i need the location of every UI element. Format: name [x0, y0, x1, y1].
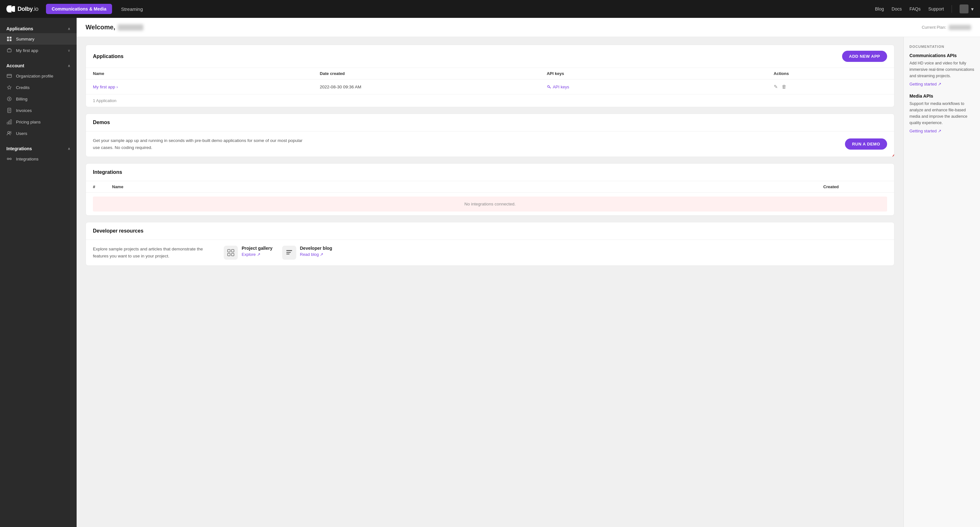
comms-apis-getting-started-link[interactable]: Getting started ↗ [910, 82, 974, 86]
main-content: Applications ADD NEW APP Name Date creat… [76, 37, 904, 527]
comms-apis-desc: Add HD voice and video for fully immersi… [910, 60, 974, 79]
sidebar-section-applications[interactable]: Applications ∧ [0, 23, 76, 33]
svg-rect-23 [228, 249, 230, 252]
svg-rect-15 [10, 120, 11, 124]
sidebar-item-billing[interactable]: Billing [0, 93, 76, 105]
pricing-plans-icon [6, 119, 12, 125]
account-section-label: Account [6, 63, 24, 68]
summary-label: Summary [16, 37, 35, 41]
svg-marker-7 [7, 86, 11, 89]
project-gallery-icon [224, 246, 238, 260]
streaming-button[interactable]: Streaming [117, 4, 146, 14]
project-gallery-link[interactable]: Explore ↗ [242, 252, 273, 257]
my-first-app-label: My first app [16, 48, 38, 53]
sidebar-item-pricing-plans[interactable]: Pricing plans [0, 116, 76, 128]
sidebar-item-integrations[interactable]: Integrations [0, 153, 76, 165]
blog-link[interactable]: Blog [875, 6, 884, 11]
svg-point-19 [10, 158, 11, 160]
demos-header: Demos [86, 114, 894, 132]
dev-resources-body: Explore sample projects and articles tha… [86, 240, 894, 265]
col-actions-header: Actions [774, 71, 887, 76]
integrations-card: Integrations # Name Created No integrati… [86, 163, 894, 216]
billing-label: Billing [16, 97, 27, 102]
edit-icon[interactable]: ✎ [774, 84, 778, 90]
svg-rect-1 [10, 37, 11, 39]
media-apis-title: Media APIs [910, 94, 974, 98]
logo-suffix: .io [33, 6, 39, 12]
top-navigation: Dolby.io Communications & Media Streamin… [0, 0, 980, 18]
demos-title: Demos [93, 120, 110, 125]
media-apis-getting-started-link[interactable]: Getting started ↗ [910, 129, 974, 133]
integrations-icon [6, 156, 12, 162]
sidebar: Applications ∧ Summary [0, 18, 76, 527]
sidebar-item-org-profile[interactable]: Organization profile [0, 70, 76, 82]
main-layout: Applications ∧ Summary [0, 18, 980, 527]
demos-body: Get your sample app up and running in se… [86, 132, 894, 157]
logo-text: Dolby.io [18, 6, 38, 13]
applications-card: Applications ADD NEW APP Name Date creat… [86, 44, 894, 107]
user-name-blurred [118, 24, 143, 31]
integrations-table-header: # Name Created [86, 181, 894, 193]
plan-badge-blurred [949, 25, 971, 30]
summary-icon [6, 36, 12, 42]
add-new-app-button[interactable]: ADD NEW APP [842, 51, 887, 62]
svg-rect-29 [286, 254, 290, 255]
demos-card: Demos Get your sample app up and running… [86, 114, 894, 157]
sidebar-item-users[interactable]: Users [0, 128, 76, 139]
integrations-chevron-icon: ∧ [68, 147, 70, 151]
app-name-link[interactable]: My first app › [93, 84, 320, 89]
dev-resources-title: Developer resources [93, 228, 143, 234]
developer-blog-icon [282, 246, 296, 260]
invoices-label: Invoices [16, 108, 32, 113]
logo[interactable]: Dolby.io [6, 5, 38, 13]
user-menu[interactable]: ▾ [959, 5, 974, 13]
pricing-plans-label: Pricing plans [16, 120, 41, 124]
svg-rect-14 [9, 121, 10, 124]
integrations-header: Integrations [86, 163, 894, 181]
dev-resource-items: Project gallery Explore ↗ [224, 246, 887, 260]
col-api-header: API keys [547, 71, 774, 76]
sidebar-section-integrations[interactable]: Integrations ∧ [0, 143, 76, 153]
api-keys-label: API keys [553, 84, 569, 89]
action-icons: ✎ 🗑 [774, 84, 887, 90]
api-keys-link[interactable]: API keys [547, 84, 774, 89]
comms-apis-section: Communications APIs Add HD voice and vid… [910, 53, 974, 86]
run-demo-button[interactable]: RUN A DEMO [845, 138, 887, 149]
billing-icon [6, 96, 12, 102]
sidebar-section-account[interactable]: Account ∧ [0, 60, 76, 70]
chevron-right-icon: › [116, 84, 118, 89]
communications-media-button[interactable]: Communications & Media [46, 4, 112, 14]
svg-rect-5 [7, 74, 11, 78]
applications-header: Applications ADD NEW APP [86, 45, 894, 68]
docs-link[interactable]: Docs [892, 6, 902, 11]
col-name-header: Name [93, 71, 320, 76]
applications-section-label: Applications [6, 26, 33, 31]
project-gallery-item: Project gallery Explore ↗ [224, 246, 273, 260]
run-demo-wrapper: RUN A DEMO [845, 138, 887, 149]
delete-icon[interactable]: 🗑 [782, 84, 787, 90]
col-num-header: # [93, 184, 112, 189]
sidebar-item-summary[interactable]: Summary [0, 33, 76, 44]
faqs-link[interactable]: FAQs [910, 6, 921, 11]
developer-blog-link[interactable]: Read blog ↗ [300, 252, 332, 257]
dolby-logo-icon [6, 5, 15, 13]
sidebar-item-credits[interactable]: Credits [0, 82, 76, 93]
current-plan-label: Current Plan: [921, 25, 946, 30]
app-date-cell: 2022-08-30 09:36 AM [320, 84, 547, 89]
current-plan: Current Plan: [921, 25, 971, 30]
svg-rect-26 [231, 253, 234, 256]
content-header: Welcome, Current Plan: [76, 18, 980, 37]
chevron-down-icon: ▾ [971, 6, 974, 12]
media-apis-section: Media APIs Support for media workflows t… [910, 94, 974, 133]
table-row: My first app › 2022-08-30 09:36 AM [86, 79, 894, 94]
col-created-header: Created [823, 184, 887, 189]
users-icon [6, 130, 12, 136]
support-link[interactable]: Support [928, 6, 944, 11]
app-count-footer: 1 Application [86, 94, 894, 107]
developer-blog-info: Developer blog Read blog ↗ [300, 246, 332, 257]
sidebar-item-invoices[interactable]: Invoices [0, 105, 76, 116]
col-int-name-header: Name [112, 184, 823, 189]
svg-point-16 [8, 132, 10, 133]
sidebar-item-my-first-app[interactable]: My first app ∨ [0, 44, 76, 56]
users-label: Users [16, 131, 27, 136]
